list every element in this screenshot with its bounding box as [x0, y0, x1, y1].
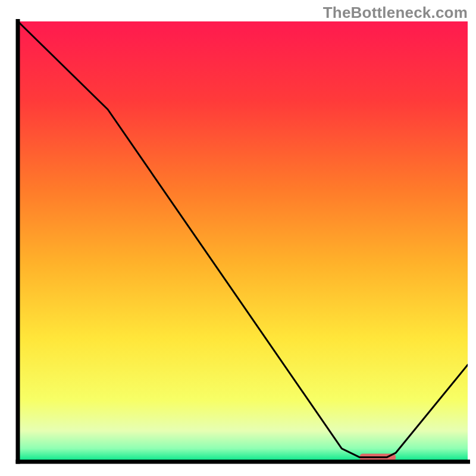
watermark-text: TheBottleneck.com — [323, 4, 468, 22]
chart-svg — [0, 0, 476, 476]
chart-container: TheBottleneck.com — [0, 0, 476, 476]
